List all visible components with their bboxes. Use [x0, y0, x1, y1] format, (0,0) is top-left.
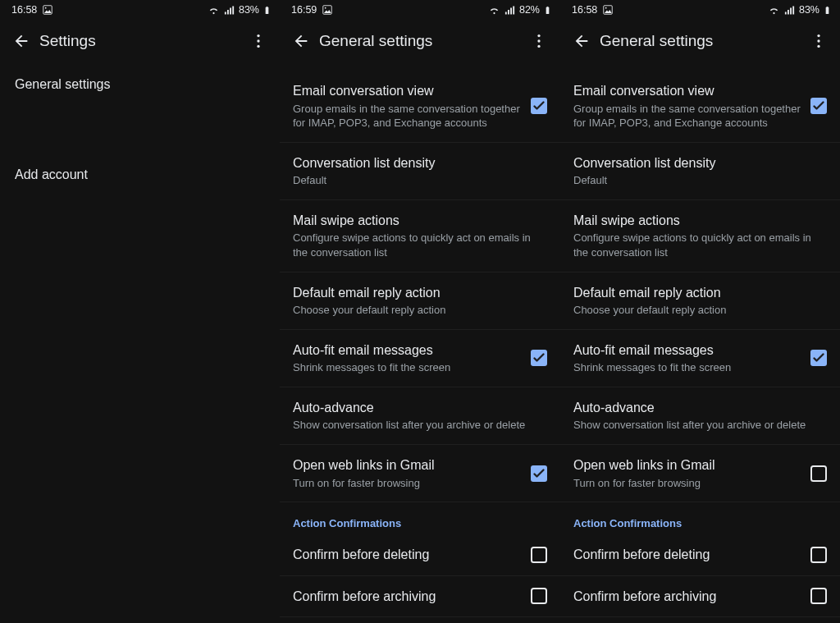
setting-conversation-list-density[interactable]: Conversation list density Default: [560, 143, 840, 200]
setting-confirm-archive[interactable]: Confirm before archiving: [280, 576, 560, 618]
setting-title: Mail swipe actions: [293, 212, 547, 230]
setting-confirm-send[interactable]: Confirm before sending: [280, 617, 560, 623]
battery-icon: [262, 4, 272, 16]
setting-default-reply-action[interactable]: Default email reply action Choose your d…: [280, 273, 560, 330]
checkbox[interactable]: [531, 465, 547, 482]
setting-title: Conversation list density: [293, 154, 547, 172]
signal-icon: [783, 4, 796, 16]
settings-list: Email conversation view Group emails in …: [560, 71, 840, 623]
setting-mail-swipe-actions[interactable]: Mail swipe actions Configure swipe actio…: [560, 200, 840, 273]
setting-confirm-archive[interactable]: Confirm before archiving: [560, 576, 840, 618]
setting-title: Conversation list density: [573, 154, 827, 172]
overflow-menu-button[interactable]: [802, 25, 835, 57]
setting-title: Confirm before archiving: [573, 588, 801, 606]
setting-subtitle: Show conversation list after you archive…: [573, 418, 827, 433]
setting-subtitle: Group emails in the same conversation to…: [293, 102, 521, 131]
battery-icon: [543, 4, 552, 16]
setting-auto-advance[interactable]: Auto-advance Show conversation list afte…: [280, 387, 560, 445]
setting-title: Email conversation view: [573, 82, 801, 100]
wifi-icon: [488, 4, 500, 16]
setting-subtitle: Choose your default reply action: [573, 303, 827, 318]
checkbox[interactable]: [531, 98, 547, 114]
checkbox[interactable]: [810, 350, 827, 366]
back-button[interactable]: [285, 25, 317, 57]
setting-confirm-send[interactable]: Confirm before sending: [560, 617, 840, 623]
checkbox[interactable]: [531, 588, 547, 604]
page-title: Settings: [39, 32, 242, 50]
page-title: General settings: [600, 32, 802, 50]
back-button[interactable]: [565, 25, 598, 57]
signal-icon: [223, 4, 235, 16]
signal-icon: [504, 4, 516, 16]
setting-auto-advance[interactable]: Auto-advance Show conversation list afte…: [560, 387, 840, 445]
setting-default-reply-action[interactable]: Default email reply action Choose your d…: [560, 273, 840, 330]
status-battery-text: 82%: [519, 4, 540, 16]
checkbox[interactable]: [531, 547, 547, 563]
setting-subtitle: Turn on for faster browsing: [293, 476, 521, 491]
setting-email-conversation-view[interactable]: Email conversation view Group emails in …: [280, 71, 560, 143]
setting-subtitle: Shrink messages to fit the screen: [573, 360, 801, 375]
setting-confirm-delete[interactable]: Confirm before deleting: [280, 534, 560, 576]
setting-title: Default email reply action: [293, 284, 547, 302]
setting-subtitle: Default: [573, 173, 827, 188]
checkbox[interactable]: [810, 588, 827, 604]
picture-icon: [322, 4, 333, 16]
menu-item-label: Add account: [15, 167, 88, 181]
status-time: 16:58: [572, 4, 597, 16]
checkbox[interactable]: [810, 465, 827, 482]
status-time: 16:58: [11, 4, 37, 16]
screen-settings-root: 16:58 83% Settings General settings Add …: [0, 0, 280, 623]
setting-title: Confirm before archiving: [293, 588, 521, 606]
setting-title: Auto-advance: [573, 399, 827, 417]
screen-general-settings-b: 16:58 83% General settings Email convers…: [560, 0, 840, 623]
status-bar: 16:58 83%: [0, 0, 280, 20]
app-bar: Settings: [0, 20, 280, 62]
status-time: 16:59: [291, 4, 317, 16]
section-header-action-confirmations: Action Confirmations: [280, 502, 560, 534]
menu-item-general-settings[interactable]: General settings: [0, 62, 280, 107]
overflow-menu-button[interactable]: [242, 25, 275, 57]
status-bar: 16:59 82%: [280, 0, 560, 20]
spacer: [0, 107, 280, 153]
checkbox[interactable]: [810, 98, 827, 114]
screen-general-settings-a: 16:59 82% General settings Email convers…: [280, 0, 560, 623]
status-battery-text: 83%: [799, 4, 819, 16]
wifi-icon: [768, 4, 780, 16]
setting-open-web-links[interactable]: Open web links in Gmail Turn on for fast…: [280, 445, 560, 502]
setting-title: Open web links in Gmail: [573, 456, 801, 474]
app-bar: General settings: [560, 20, 840, 62]
setting-title: Default email reply action: [573, 284, 827, 302]
wifi-icon: [208, 4, 220, 16]
setting-subtitle: Choose your default reply action: [293, 303, 547, 318]
setting-title: Open web links in Gmail: [293, 456, 521, 474]
checkbox[interactable]: [531, 350, 547, 366]
back-button[interactable]: [5, 25, 38, 57]
setting-email-conversation-view[interactable]: Email conversation view Group emails in …: [560, 71, 840, 143]
overflow-menu-button[interactable]: [523, 25, 555, 57]
setting-title: Confirm before deleting: [573, 546, 801, 564]
status-bar: 16:58 83%: [560, 0, 840, 20]
setting-subtitle: Shrink messages to fit the screen: [293, 360, 521, 375]
battery-icon: [823, 4, 832, 16]
setting-subtitle: Configure swipe actions to quickly act o…: [293, 231, 547, 259]
setting-auto-fit-messages[interactable]: Auto-fit email messages Shrink messages …: [280, 330, 560, 387]
section-header-action-confirmations: Action Confirmations: [560, 502, 840, 534]
setting-open-web-links[interactable]: Open web links in Gmail Turn on for fast…: [560, 445, 840, 502]
picture-icon: [602, 4, 614, 16]
setting-auto-fit-messages[interactable]: Auto-fit email messages Shrink messages …: [560, 330, 840, 387]
setting-title: Auto-advance: [293, 399, 547, 417]
setting-title: Auto-fit email messages: [293, 341, 521, 360]
settings-list: Email conversation view Group emails in …: [280, 71, 560, 623]
menu-item-label: General settings: [15, 77, 111, 91]
setting-mail-swipe-actions[interactable]: Mail swipe actions Configure swipe actio…: [280, 200, 560, 273]
setting-title: Mail swipe actions: [573, 212, 827, 230]
menu-item-add-account[interactable]: Add account: [0, 153, 280, 197]
setting-confirm-delete[interactable]: Confirm before deleting: [560, 534, 840, 576]
setting-subtitle: Group emails in the same conversation to…: [573, 102, 801, 131]
status-battery-text: 83%: [239, 4, 259, 16]
picture-icon: [42, 4, 53, 16]
setting-title: Auto-fit email messages: [573, 341, 801, 360]
setting-title: Email conversation view: [293, 82, 521, 100]
checkbox[interactable]: [810, 547, 827, 563]
setting-conversation-list-density[interactable]: Conversation list density Default: [280, 143, 560, 200]
